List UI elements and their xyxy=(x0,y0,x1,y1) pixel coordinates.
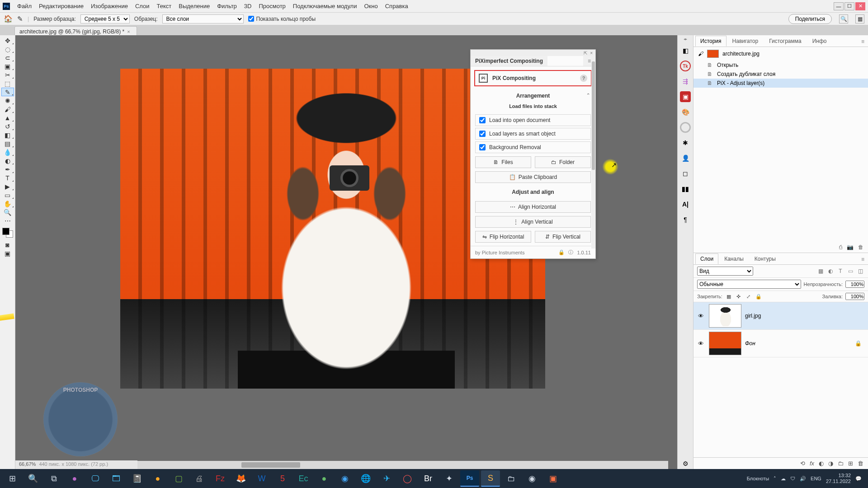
tray-clock[interactable]: 13:32 27.11.2022 xyxy=(826,473,851,484)
fx-icon[interactable]: fx xyxy=(810,460,814,467)
dock-icon-paragraph[interactable]: ¶ xyxy=(680,214,691,225)
chk-bg-removal[interactable]: Background Removal xyxy=(475,141,591,153)
layer-row[interactable]: 👁 Фон 🔒 xyxy=(693,330,868,357)
taskbar-app[interactable]: ◉ xyxy=(335,470,354,487)
menu-view[interactable]: Просмотр xyxy=(255,1,289,11)
visibility-icon[interactable]: 👁 xyxy=(696,313,705,319)
history-row[interactable]: 🗎Создать дубликат слоя xyxy=(693,70,868,79)
lock-position-icon[interactable]: ✜ xyxy=(735,294,742,300)
flip-horizontal-button[interactable]: ⇋Flip Horizontal xyxy=(475,231,531,243)
close-tab-icon[interactable]: × xyxy=(127,29,130,34)
taskbar-app[interactable]: ▣ xyxy=(543,470,562,487)
visibility-icon[interactable]: 👁 xyxy=(696,340,705,347)
taskbar-app[interactable]: Ec xyxy=(294,470,313,487)
taskbar-explorer[interactable]: 🗀 xyxy=(502,470,521,487)
window-maximize-button[interactable]: ☐ xyxy=(844,2,854,10)
lock-artboard-icon[interactable]: ⤢ xyxy=(745,294,752,300)
info-icon[interactable]: ⓘ xyxy=(568,249,573,256)
share-button[interactable]: Поделиться xyxy=(788,14,832,24)
tray-notifications-icon[interactable]: 💬 xyxy=(855,476,862,482)
mask-icon[interactable]: ◐ xyxy=(819,460,824,467)
eyedropper-tool[interactable]: ✎ xyxy=(1,88,14,96)
adjustment-icon[interactable]: ◑ xyxy=(828,460,833,467)
dock-icon-tk[interactable]: Tk xyxy=(680,61,691,71)
taskbar-app[interactable]: 🖵 xyxy=(86,470,105,487)
lasso-tool[interactable]: ⊂ xyxy=(1,53,14,62)
home-icon[interactable]: 🏠 xyxy=(4,14,13,23)
paste-clipboard-button[interactable]: 📋Paste Clipboard xyxy=(475,171,591,183)
layer-thumbnail[interactable] xyxy=(709,332,741,355)
tab-history[interactable]: История xyxy=(695,36,726,47)
dock-icon-palette[interactable]: 🎨 xyxy=(680,107,691,117)
history-snapshot-icon[interactable]: ⎙ xyxy=(839,244,842,250)
eraser-tool[interactable]: ◧ xyxy=(1,131,14,139)
group-icon[interactable]: 🗀 xyxy=(838,460,844,467)
taskbar-app[interactable]: ● xyxy=(65,470,84,487)
type-tool[interactable]: T xyxy=(1,174,14,182)
color-swatch[interactable] xyxy=(1,227,14,239)
blur-tool[interactable]: 💧 xyxy=(1,148,14,156)
menu-window[interactable]: Окно xyxy=(360,1,381,11)
flip-vertical-button[interactable]: ⇵Flip Vertical xyxy=(535,231,591,243)
taskbar-app[interactable]: 🖨 xyxy=(190,470,209,487)
tab-histogram[interactable]: Гистограмма xyxy=(764,36,806,47)
link-layers-icon[interactable]: ⟲ xyxy=(800,460,805,467)
align-horizontal-button[interactable]: ⋯Align Horizontal xyxy=(475,201,591,213)
zoom-tool[interactable]: 🔍 xyxy=(1,208,14,216)
chk-load-smart[interactable]: Load layers as smart object xyxy=(475,128,591,140)
files-button[interactable]: 🗎Files xyxy=(475,156,531,168)
layer-thumbnail[interactable] xyxy=(709,304,741,328)
filter-pixel-icon[interactable]: ▩ xyxy=(816,268,825,274)
history-row[interactable]: 🗎Открыть xyxy=(693,61,868,70)
history-trash-icon[interactable]: 🗑 xyxy=(858,244,863,250)
taskbar-app[interactable]: Fz xyxy=(211,470,230,487)
screenmode-button[interactable]: ▣ xyxy=(1,249,14,258)
tray-defender-icon[interactable]: 🛡 xyxy=(790,476,795,481)
chk-load-open-doc[interactable]: Load into open document xyxy=(475,114,591,126)
search-button[interactable]: 🔍 xyxy=(24,470,42,487)
history-brush-tool[interactable]: ↺ xyxy=(1,122,14,131)
panel-titlebar[interactable]: ⇱× xyxy=(471,50,595,56)
taskbar-app[interactable]: Br xyxy=(419,470,438,487)
filter-type-icon[interactable]: T xyxy=(836,268,844,274)
hand-tool[interactable]: ✋ xyxy=(1,199,14,208)
dock-icon-type[interactable]: A| xyxy=(680,199,691,210)
window-minimize-button[interactable]: — xyxy=(834,2,844,10)
brush-tool[interactable]: 🖌 xyxy=(1,105,14,113)
dock-icon-bars[interactable]: ▮▮ xyxy=(680,183,691,194)
lock-icon[interactable]: 🔒 xyxy=(558,249,565,255)
scroll-thumb[interactable] xyxy=(241,462,300,468)
dock-icon-path[interactable]: ⇶ xyxy=(680,76,691,87)
tab-channels[interactable]: Каналы xyxy=(719,253,749,264)
trash-icon[interactable]: 🗑 xyxy=(858,460,863,467)
taskbar-app[interactable]: ● xyxy=(148,470,167,487)
tray-onedrive-icon[interactable]: ☁ xyxy=(781,476,786,482)
crop-tool[interactable]: ✂ xyxy=(1,70,14,79)
taskbar-app[interactable]: 🗔 xyxy=(107,470,126,487)
fg-color[interactable] xyxy=(2,228,9,235)
tray-chevron-icon[interactable]: ˄ xyxy=(774,476,776,482)
menu-filter[interactable]: Фильтр xyxy=(213,1,241,11)
taskbar-app[interactable]: ▢ xyxy=(169,470,188,487)
workspace-icon[interactable]: ▦ xyxy=(855,14,864,23)
taskbar-app[interactable]: ● xyxy=(315,470,334,487)
tray-volume-icon[interactable]: 🔊 xyxy=(800,476,806,482)
dock-icon-sliders[interactable]: ⚙ xyxy=(680,458,691,469)
dock-icon-ring[interactable] xyxy=(680,122,691,133)
dodge-tool[interactable]: ◐ xyxy=(1,156,14,165)
pix-compositing-button[interactable]: Pi PiX Compositing ? xyxy=(474,70,592,86)
scroll-thumb[interactable] xyxy=(592,61,595,170)
taskbar-photoshop[interactable]: Ps xyxy=(460,470,479,487)
pix-panel-scrollbar[interactable] xyxy=(591,56,595,249)
menu-help[interactable]: Справка xyxy=(382,1,412,11)
shape-tool[interactable]: ▭ xyxy=(1,191,14,199)
dock-icon-app[interactable]: ▣ xyxy=(680,91,691,102)
quickmask-button[interactable]: ◙ xyxy=(1,240,14,249)
start-button[interactable]: ⊞ xyxy=(3,470,22,487)
move-tool[interactable]: ✥ xyxy=(1,36,14,45)
lock-all-icon[interactable]: 🔒 xyxy=(755,294,762,300)
taskbar-app[interactable]: ✦ xyxy=(439,470,458,487)
align-vertical-button[interactable]: ⋮Align Vertical xyxy=(475,216,591,228)
path-select-tool[interactable]: ▶ xyxy=(1,182,14,191)
dock-icon-square[interactable]: ◻ xyxy=(680,168,691,179)
